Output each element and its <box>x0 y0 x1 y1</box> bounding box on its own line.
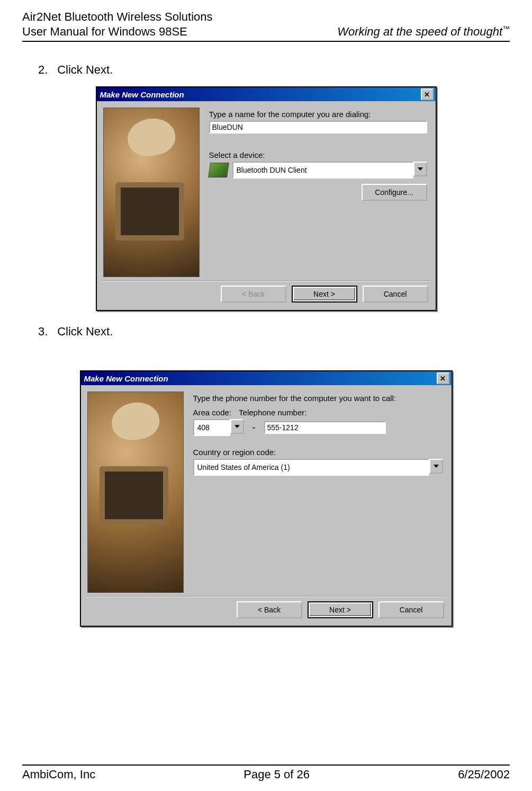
dialog-title: Make New Connection <box>100 90 184 99</box>
chevron-down-icon[interactable] <box>413 162 427 176</box>
page-footer: AmbiCom, Inc Page 5 of 26 6/25/2002 <box>22 765 510 781</box>
label-country-code: Country or region code: <box>193 448 443 457</box>
label-select-device: Select a device: <box>209 150 427 159</box>
header-line1: Air2Net Bluetooth Wireless Solutions <box>22 10 213 24</box>
dialog-title: Make New Connection <box>84 374 168 383</box>
step-2-number: 2. <box>38 63 54 77</box>
trademark-symbol: ™ <box>502 24 510 33</box>
telephone-input[interactable] <box>264 421 386 434</box>
cancel-button[interactable]: Cancel <box>378 601 444 618</box>
titlebar: Make New Connection ✕ <box>97 87 436 101</box>
device-combobox[interactable]: Bluetooth DUN Client <box>232 162 427 179</box>
separator <box>86 596 446 597</box>
page-header: Air2Net Bluetooth Wireless Solutions Use… <box>22 10 510 42</box>
separator <box>102 280 430 281</box>
footer-company: AmbiCom, Inc <box>22 768 95 781</box>
dialog-make-new-connection-2: Make New Connection ✕ Type the phone num… <box>80 370 453 627</box>
label-telephone: Telephone number: <box>239 408 443 417</box>
wizard-side-image <box>87 392 184 593</box>
label-connection-name: Type a name for the computer you are dia… <box>209 110 427 119</box>
header-line2: User Manual for Windows 98SE <box>22 24 213 39</box>
footer-date: 6/25/2002 <box>458 768 510 781</box>
dash-separator: - <box>253 422 256 433</box>
connection-name-input[interactable] <box>209 121 427 134</box>
dialog-make-new-connection-1: Make New Connection ✕ Type a name for th… <box>96 86 437 311</box>
step-3-text: Click Next. <box>57 325 113 338</box>
cancel-button[interactable]: Cancel <box>363 286 428 303</box>
step-2-text: Click Next. <box>57 63 113 76</box>
country-combobox[interactable]: United States of America (1) <box>193 459 443 476</box>
close-icon[interactable]: ✕ <box>437 372 449 384</box>
device-combobox-value: Bluetooth DUN Client <box>232 162 413 179</box>
label-phone-intro: Type the phone number for the computer y… <box>193 394 443 403</box>
step-2: 2. Click Next. <box>38 63 510 77</box>
footer-page-number: Page 5 of 26 <box>244 768 310 781</box>
label-area-code: Area code: <box>193 408 232 417</box>
step-3-number: 3. <box>38 325 54 339</box>
close-icon[interactable]: ✕ <box>421 88 434 100</box>
area-code-value: 408 <box>193 419 230 436</box>
titlebar: Make New Connection ✕ <box>81 371 452 385</box>
country-value: United States of America (1) <box>193 459 429 476</box>
back-button: < Back <box>221 286 286 303</box>
modem-icon <box>208 163 229 177</box>
chevron-down-icon[interactable] <box>429 459 443 474</box>
step-3: 3. Click Next. <box>38 325 510 339</box>
header-tagline: Working at the speed of thought™ <box>337 24 510 39</box>
chevron-down-icon[interactable] <box>230 419 244 434</box>
next-button[interactable]: Next > <box>292 286 357 303</box>
area-code-combobox[interactable]: 408 <box>193 419 244 436</box>
back-button[interactable]: < Back <box>237 601 302 618</box>
next-button[interactable]: Next > <box>308 601 373 618</box>
wizard-side-image <box>103 108 200 277</box>
configure-button[interactable]: Configure... <box>362 184 427 201</box>
